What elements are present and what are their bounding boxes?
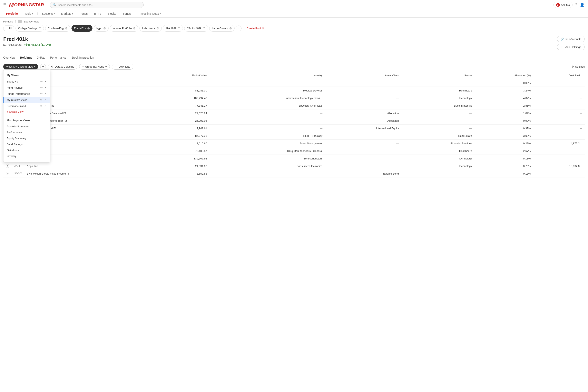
col-industry[interactable]: Industry [210,72,325,79]
cost-basis-cell: — [533,110,585,117]
panel-divider [4,116,50,116]
add-holdings-button[interactable]: + + Add Holdings [557,44,585,50]
sub-tab-xray[interactable]: X-Ray [37,54,45,61]
col-asset-class[interactable]: Asset Class [325,72,401,79]
tab-income-portfolio[interactable]: Income Portfolio ⊙ [110,25,138,32]
view-selector[interactable]: View: My Custom View ▾ [3,64,38,70]
ms-view-intraday[interactable]: Intraday [4,153,50,159]
edit-icon[interactable]: ✏ [40,86,43,89]
dot-menu-icon[interactable]: ⊙ [38,26,41,30]
table-row: ⊕ …n Tower Corp 84,077.36 REIT - Special… [3,132,585,140]
nav-funds[interactable]: Funds [77,10,90,17]
edit-icon[interactable]: ✏ [40,104,43,108]
view-item-equity-fv[interactable]: Equity FV ✏ ✕ [4,78,50,84]
tab-college-savings[interactable]: College Savings ⊙ [16,25,44,32]
tab-ira-1999[interactable]: IRA 1999 ⊙ [163,25,183,32]
view-label: View: My Custom View [6,65,33,68]
close-icon[interactable]: ✕ [44,92,47,95]
cost-basis-cell: — [533,94,585,102]
dot-menu-icon[interactable]: ⊙ [65,26,68,30]
expand-cell[interactable]: ⊕ [3,170,12,178]
col-sector[interactable]: Sector [401,72,474,79]
dot-menu-icon[interactable]: ⊙ [156,26,159,30]
close-icon[interactable]: ✕ [44,98,47,102]
search-bar[interactable]: 🔍 [50,2,144,8]
view-item-fund-ratings[interactable]: Fund Ratings ✏ ✕ [4,84,50,91]
col-market-value[interactable]: Market Value [154,72,210,79]
chevron-down-icon: ▾ [72,13,73,15]
view-item-summary-linked[interactable]: Summary-linked ✏ ✕ [4,103,50,109]
dot-menu-icon[interactable]: ⊙ [133,26,136,30]
tab-all[interactable]: ⌂ All [3,25,14,31]
hamburger-icon[interactable]: ☰ [3,3,6,7]
help-icon[interactable]: ? [575,3,577,7]
nav-tools[interactable]: Tools ▾ [22,10,36,17]
sub-tab-overview[interactable]: Overview [3,54,15,61]
col-allocation[interactable]: Allocation (%) [474,72,533,79]
tab-index-track[interactable]: Index track ⊙ [140,25,162,32]
create-portfolio-button[interactable]: + Create Portfolio [244,27,265,30]
dot-menu-icon[interactable]: ⊙ [229,26,232,30]
data-columns-button[interactable]: ⚙ Data & Columns [48,64,77,70]
cost-basis-cell: — [533,132,585,140]
nav-bonds[interactable]: Bonds [120,10,134,17]
dot-menu-icon[interactable]: ⊙ [87,26,90,30]
cost-basis-cell: — [533,155,585,162]
expand-icon[interactable]: ⊕ [6,164,10,168]
dot-menu-icon[interactable]: ⊙ [103,26,106,30]
table-row: ⊕ …ise Financial Inc 8,010.60 Asset Mana… [3,140,585,147]
add-view-button[interactable]: + [40,64,46,70]
nav-investing-ideas[interactable]: Investing Ideas ▾ [137,10,164,17]
create-view-button[interactable]: + Create View [4,109,50,114]
user-icon[interactable]: 👤 [580,2,585,7]
nav-etfs[interactable]: ETFs [91,10,104,17]
ms-view-gain-loss[interactable]: Gain/Loss [4,147,50,153]
group-icon: ≡ [82,65,84,68]
action-buttons: 🔗 Link Accounts + + Add Holdings [557,36,585,50]
nav-sections[interactable]: Sections ▾ [39,10,58,17]
tab-combined-big[interactable]: CombinedBig ⊙ [45,25,70,32]
link-accounts-button[interactable]: 🔗 Link Accounts [557,36,585,42]
edit-icon[interactable]: ✏ [40,80,43,83]
edit-icon[interactable]: ✏ [40,98,43,102]
settings-button[interactable]: ⚙ Settings [572,65,585,68]
expand-icon[interactable]: ⊕ [6,172,10,176]
view-item-my-custom-view[interactable]: My Custom View ✏ ✕ [4,97,50,103]
download-button[interactable]: ⬇ Download [112,64,133,70]
portfolio-value: $2,716,819.23 [3,43,22,46]
sub-tab-stock-intersection[interactable]: Stock Intersection [71,54,94,61]
nav-stocks[interactable]: Stocks [105,10,119,17]
col-cost-basis[interactable]: Cost Basi… [533,72,585,79]
sector-cell: Technology [401,162,474,170]
ms-view-portfolio-summary[interactable]: Portfolio Summary [4,124,50,130]
tab-jsmith-401k[interactable]: JSmith 401k ⊙ [184,25,208,32]
tab-large-growth[interactable]: Large Growth ⊙ [209,25,234,32]
view-item-funds-performance[interactable]: Funds Performance ✏ ✕ [4,91,50,97]
search-input[interactable] [58,4,141,6]
nav-portfolio[interactable]: Portfolio [3,10,21,17]
close-icon[interactable]: ✕ [44,86,47,89]
tab-hypo[interactable]: hypo ⊙ [94,25,108,32]
market-value-cell: 25,297.05 [154,117,210,124]
nav-markets[interactable]: Markets ▾ [58,10,76,17]
close-icon[interactable]: ✕ [44,104,47,108]
view-item-actions: ✏ ✕ [40,92,47,95]
edit-icon[interactable]: ✏ [40,92,43,95]
tab-fred-401k[interactable]: Fred 401k ⊙ [72,25,93,32]
sub-tab-holdings[interactable]: Holdings [20,54,32,61]
ms-view-performance[interactable]: Performance [4,130,50,135]
expand-cell[interactable]: ⊕ [3,162,12,170]
ms-view-equity-summary[interactable]: Equity Summary [4,135,50,141]
group-by-button[interactable]: ≡ Group By: None ▾ [79,64,110,70]
ask-mo-button[interactable]: ▶ Ask Mo [554,2,572,8]
sub-tab-performance[interactable]: Performance [50,54,66,61]
close-icon[interactable]: ✕ [44,80,47,83]
ms-view-fund-ratings[interactable]: Fund Ratings [4,141,50,147]
cost-basis-cell: 4,875.2… [533,140,585,147]
allocation-cell: 2.85% [474,102,533,110]
more-tabs-button[interactable]: › [236,26,242,31]
allocation-cell: 3.09% [474,132,533,140]
legacy-view-toggle[interactable] [15,20,22,23]
dot-menu-icon[interactable]: ⊙ [178,26,180,30]
dot-menu-icon[interactable]: ⊙ [203,26,206,30]
